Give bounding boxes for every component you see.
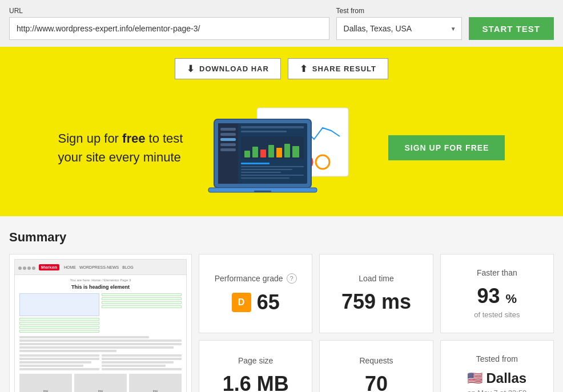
- testfrom-field-group: Test from Dallas, Texas, USANew York, US…: [336, 7, 462, 40]
- requests-value: 70: [365, 372, 388, 393]
- svg-rect-21: [268, 145, 274, 157]
- performance-value: D 65: [232, 290, 280, 314]
- loadtime-value: 759 ms: [341, 290, 411, 314]
- preview-images: img img img: [19, 374, 182, 392]
- page-size-card: Page size 1.6 MB: [199, 340, 312, 392]
- laptop-illustration: [206, 91, 365, 205]
- svg-rect-16: [241, 131, 287, 132]
- svg-rect-19: [252, 147, 258, 157]
- svg-rect-25: [241, 163, 270, 164]
- promo-banner: ⬇ DOWNLOAD HAR ⬆ SHARE RESULT Sign up fo…: [0, 47, 563, 216]
- summary-title: Summary: [9, 230, 554, 245]
- url-label: URL: [9, 7, 329, 15]
- faster-label: Faster than: [477, 268, 517, 277]
- pagesize-value: 1.6 MB: [223, 372, 289, 393]
- preview-card: Merken HOMEWORDPRESS-NEWSBLOG You are he…: [9, 254, 192, 392]
- svg-rect-29: [241, 175, 304, 176]
- preview-brand: Merken: [39, 264, 59, 270]
- requests-card: Requests 70: [319, 340, 433, 392]
- tested-from-card: Tested from 🇺🇸 Dallas on May 7 at 23:59: [440, 340, 554, 392]
- performance-info-icon[interactable]: ?: [287, 273, 297, 284]
- site-preview: Merken HOMEWORDPRESS-NEWSBLOG You are he…: [14, 259, 187, 392]
- loadtime-label: Load time: [359, 274, 393, 283]
- svg-rect-18: [244, 151, 250, 157]
- share-result-button[interactable]: ⬆ SHARE RESULT: [288, 58, 388, 79]
- svg-rect-10: [220, 128, 236, 131]
- tested-from-location: 🇺🇸 Dallas: [467, 370, 526, 386]
- preview-customers: [19, 336, 182, 352]
- svg-rect-30: [241, 177, 289, 179]
- svg-rect-24: [292, 146, 299, 157]
- svg-rect-12: [220, 138, 236, 141]
- svg-rect-14: [220, 148, 236, 151]
- testfrom-select-wrapper: Dallas, Texas, USANew York, USALondon, U…: [336, 17, 462, 40]
- summary-cards: Merken HOMEWORDPRESS-NEWSBLOG You are he…: [9, 254, 554, 392]
- svg-rect-23: [284, 144, 290, 157]
- svg-rect-22: [276, 148, 282, 157]
- action-buttons: ⬇ DOWNLOAD HAR ⬆ SHARE RESULT: [23, 58, 540, 91]
- preview-dots: [18, 262, 37, 272]
- tested-from-city: Dallas: [486, 370, 526, 386]
- summary-section: Summary Merken HOMEWORDPRESS-NEWSBLOG Yo…: [0, 216, 563, 392]
- preview-nav: HOMEWORDPRESS-NEWSBLOG: [64, 265, 134, 269]
- url-input[interactable]: [9, 17, 329, 40]
- preview-header: Merken HOMEWORDPRESS-NEWSBLOG: [15, 260, 186, 275]
- testfrom-select[interactable]: Dallas, Texas, USANew York, USALondon, U…: [336, 17, 462, 40]
- grade-badge: D: [232, 293, 251, 312]
- svg-rect-27: [241, 169, 292, 170]
- tested-from-date: on May 7 at 23:59: [467, 389, 526, 392]
- signup-button[interactable]: SIGN UP FOR FREE: [388, 135, 505, 160]
- pagesize-label: Page size: [238, 356, 273, 365]
- performance-label: Performance grade ?: [215, 273, 297, 284]
- testedfrom-label: Tested from: [476, 354, 518, 363]
- faster-value: 93 %: [477, 284, 517, 308]
- faster-sub: of tested sites: [474, 310, 520, 319]
- svg-rect-13: [220, 143, 236, 146]
- svg-rect-20: [260, 149, 266, 157]
- svg-rect-28: [241, 172, 281, 173]
- preview-body: You are here: Home / Elementor Page 3 Th…: [15, 275, 186, 392]
- performance-score: 65: [257, 290, 280, 314]
- svg-rect-9: [218, 123, 238, 184]
- testfrom-label: Test from: [336, 7, 462, 15]
- faster-than-card: Faster than 93 % of tested sites: [440, 254, 554, 333]
- promo-text: Sign up for free to testyour site every …: [58, 129, 183, 167]
- promo-content: Sign up for free to testyour site every …: [23, 91, 540, 216]
- share-icon: ⬆: [300, 63, 308, 74]
- requests-label: Requests: [359, 356, 393, 365]
- performance-grade-card: Performance grade ? D 65: [199, 254, 312, 333]
- svg-rect-15: [241, 126, 304, 128]
- svg-rect-26: [241, 166, 304, 167]
- load-time-card: Load time 759 ms: [319, 254, 433, 333]
- download-icon: ⬇: [187, 63, 195, 74]
- toolbar: URL Test from Dallas, Texas, USANew York…: [0, 0, 563, 47]
- us-flag-icon: 🇺🇸: [467, 371, 482, 386]
- start-test-button[interactable]: START TEST: [469, 17, 554, 40]
- url-field-group: URL: [9, 7, 329, 40]
- svg-rect-11: [220, 133, 236, 136]
- svg-rect-32: [254, 191, 271, 192]
- preview-content-row: [19, 293, 182, 334]
- download-har-button[interactable]: ⬇ DOWNLOAD HAR: [175, 58, 281, 79]
